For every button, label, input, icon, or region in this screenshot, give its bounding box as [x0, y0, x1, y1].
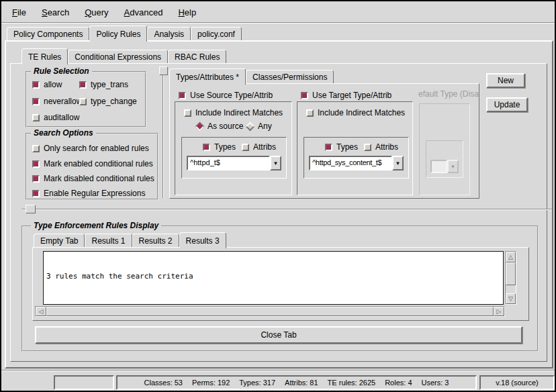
tab-analysis[interactable]: Analysis — [147, 27, 191, 40]
tab-types-attributes[interactable]: Types/Attributes * — [169, 68, 246, 85]
scroll-down-icon[interactable]: ▽ — [506, 293, 516, 304]
tab-rbac-rules[interactable]: RBAC Rules — [168, 50, 226, 63]
radio-indicator — [195, 121, 205, 131]
v-scrollbar-trough[interactable] — [506, 285, 516, 293]
tab-classes-permissions[interactable]: Classes/Permissions — [246, 70, 334, 83]
scroll-left-icon[interactable]: ◁ — [36, 307, 46, 316]
checkbox-mark-disabled-conditional[interactable]: Mark disabled conditional rules — [32, 174, 154, 183]
checkbox-indicator — [32, 145, 40, 152]
checkbox-allow[interactable]: allow — [32, 80, 62, 89]
vertical-sash[interactable] — [163, 66, 164, 198]
menu-separator — [1, 22, 555, 23]
status-separator — [1, 370, 555, 371]
te-display-title: Type Enforcement Rules Display — [31, 221, 161, 230]
radio-any[interactable]: Any — [246, 121, 272, 131]
checkbox-enable-regex[interactable]: Enable Regular Expressions — [32, 189, 145, 198]
checkbox-label: Mark disabled conditional rules — [44, 174, 154, 183]
checkbox-use-source-type[interactable]: Use Source Type/Attrib — [179, 91, 273, 100]
tab-policy-rules[interactable]: Policy Rules — [89, 26, 147, 42]
tab-results-1[interactable]: Results 1 — [85, 234, 132, 247]
scroll-right-icon[interactable]: ▷ — [494, 307, 504, 316]
new-button[interactable]: New — [486, 73, 525, 88]
types-attributes-tab-bar: Types/Attributes * Classes/Permissions — [169, 69, 334, 83]
apol-window: File Search Query Advanced Help Policy C… — [0, 0, 556, 392]
checkbox-target-indirect[interactable]: Include Indirect Matches — [306, 108, 405, 117]
radio-as-source[interactable]: As source — [196, 121, 243, 131]
target-type-combo-entry[interactable]: ^httpd_sys_content_t$ — [309, 156, 392, 170]
checkbox-target-attribs[interactable]: Attribs — [364, 142, 398, 152]
menu-bar: File Search Query Advanced Help — [1, 3, 555, 21]
checkbox-indicator — [32, 81, 40, 89]
checkbox-indicator — [325, 144, 332, 151]
source-type-combo-entry[interactable]: ^httpd_t$ — [187, 156, 270, 170]
stat-te-rules: TE rules: 2625 — [328, 379, 376, 387]
close-tab-button[interactable]: Close Tab — [35, 326, 522, 344]
menu-advanced[interactable]: Advanced — [122, 6, 166, 19]
checkbox-indicator — [184, 109, 191, 117]
checkbox-source-attribs[interactable]: Attribs — [242, 142, 276, 152]
checkbox-label: type_change — [91, 97, 137, 106]
checkbox-label: Include Indirect Matches — [318, 108, 405, 117]
h-scrollbar-thumb[interactable] — [46, 307, 494, 316]
tab-results-2[interactable]: Results 2 — [132, 234, 179, 247]
checkbox-target-types[interactable]: Types — [325, 142, 358, 152]
checkbox-type-trans[interactable]: type_trans — [79, 80, 128, 89]
checkbox-label: Types — [214, 142, 236, 152]
checkbox-label: Mark enabled conditional rules — [44, 159, 153, 168]
checkbox-label: auditallow — [44, 113, 79, 122]
status-cell-empty — [54, 375, 114, 390]
menu-query[interactable]: Query — [82, 6, 111, 19]
target-type-combo[interactable]: ^httpd_sys_content_t$ ▼ — [309, 156, 404, 170]
checkbox-neverallow[interactable]: neverallow — [32, 97, 82, 106]
checkbox-only-enabled-rules[interactable]: Only search for enabled rules — [32, 144, 149, 153]
horizontal-sash-handle[interactable] — [26, 205, 36, 213]
source-type-combo-button[interactable]: ▼ — [270, 156, 281, 170]
scroll-up-icon[interactable]: △ — [506, 252, 516, 262]
update-button[interactable]: Update — [486, 97, 528, 112]
chevron-down-icon: ▼ — [396, 160, 401, 166]
results-summary: 3 rules match the search criteria — [46, 272, 500, 281]
tab-empty[interactable]: Empty Tab — [34, 234, 85, 247]
results-text-area[interactable]: 3 rules match the search criteria (5822)… — [43, 251, 504, 305]
tab-policy-conf[interactable]: policy.conf — [191, 27, 242, 40]
rule-selection-title: Rule Selection — [31, 66, 92, 76]
results-tab-bar: Empty Tab Results 1 Results 2 Results 3 — [34, 233, 226, 247]
default-type-combo: ▼ — [430, 160, 459, 173]
horizontal-sash[interactable] — [21, 209, 552, 210]
menu-search[interactable]: Search — [39, 6, 72, 19]
checkbox-label: neverallow — [44, 97, 82, 106]
target-type-combo-button[interactable]: ▼ — [392, 156, 404, 170]
checkbox-label: allow — [44, 80, 62, 89]
checkbox-label: Use Target Type/Attrib — [312, 91, 391, 100]
checkbox-source-indirect[interactable]: Include Indirect Matches — [184, 108, 283, 117]
v-scrollbar-thumb[interactable] — [506, 262, 516, 285]
search-options-title: Search Options — [31, 128, 96, 138]
checkbox-source-types[interactable]: Types — [203, 142, 236, 152]
results-h-scrollbar[interactable]: ◁ ▷ — [35, 306, 505, 317]
stat-classes: Classes: 53 — [144, 379, 183, 387]
status-stats: Classes: 53 Perms: 192 Types: 317 Attrib… — [116, 375, 477, 390]
checkbox-label: Types — [336, 142, 358, 152]
source-type-combo[interactable]: ^httpd_t$ ▼ — [187, 156, 281, 170]
menu-file[interactable]: File — [9, 6, 29, 19]
results-v-scrollbar[interactable]: △ ▽ — [505, 251, 516, 305]
checkbox-auditallow[interactable]: auditallow — [32, 113, 79, 122]
tab-te-rules[interactable]: TE Rules — [21, 48, 68, 64]
checkbox-use-target-type[interactable]: Use Target Type/Attrib — [301, 91, 391, 100]
tab-conditional-expressions[interactable]: Conditional Expressions — [68, 50, 168, 63]
checkbox-indicator — [79, 81, 87, 89]
checkbox-indicator — [203, 144, 210, 151]
stat-attribs: Attribs: 81 — [285, 379, 318, 387]
vertical-sash-handle[interactable] — [159, 66, 168, 75]
chevron-down-icon: ▼ — [273, 160, 279, 166]
checkbox-mark-enabled-conditional[interactable]: Mark enabled conditional rules — [32, 159, 153, 168]
chevron-down-icon: ▼ — [447, 160, 459, 173]
checkbox-indicator — [32, 114, 40, 121]
checkbox-type-change[interactable]: type_change — [79, 97, 137, 106]
tab-results-3[interactable]: Results 3 — [179, 232, 226, 248]
menu-help[interactable]: Help — [175, 6, 199, 19]
checkbox-indicator — [79, 98, 87, 105]
tab-policy-components[interactable]: Policy Components — [7, 27, 89, 40]
radio-label: Any — [258, 121, 272, 131]
checkbox-indicator — [32, 190, 40, 197]
